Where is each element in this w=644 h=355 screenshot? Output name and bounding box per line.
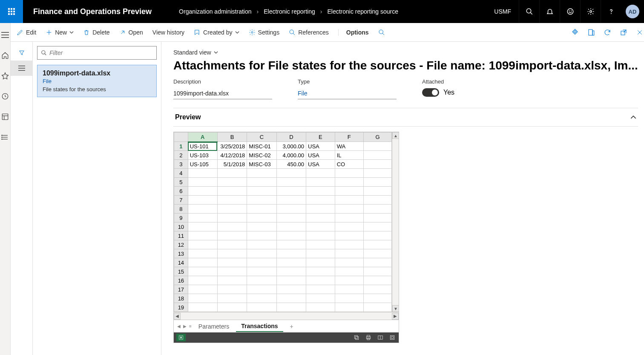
scroll-up-icon[interactable]: ▲ [392,132,399,139]
cell[interactable] [247,222,276,231]
cell[interactable] [335,276,363,285]
cell[interactable] [335,169,363,178]
cell[interactable]: USA [306,142,335,151]
cell[interactable] [247,303,276,312]
cell[interactable] [188,258,217,267]
notifications-button[interactable] [539,0,560,23]
attachments-icon[interactable] [571,28,579,37]
cell[interactable] [363,240,391,249]
cell[interactable]: US-101 [188,142,217,151]
cell[interactable] [306,231,335,240]
modules-icon[interactable] [0,132,10,142]
cell[interactable] [217,267,247,276]
select-all-corner[interactable] [174,133,188,142]
row-header[interactable]: 12 [174,240,188,249]
delete-button[interactable]: Delete [83,29,109,36]
reading-view-icon[interactable] [377,334,384,341]
column-header[interactable]: D [276,133,306,142]
row-header[interactable]: 1 [174,142,188,151]
cell[interactable] [217,258,247,267]
cell[interactable] [306,178,335,187]
nav-toggle-button[interactable] [0,30,10,40]
cell[interactable] [247,231,276,240]
edit-button[interactable]: Edit [17,29,36,36]
cell[interactable] [335,178,363,187]
cell[interactable] [188,169,217,178]
scroll-left-icon[interactable]: ◀ [174,313,181,320]
scroll-down-icon[interactable]: ▼ [392,305,399,312]
cell[interactable] [363,151,391,160]
cell[interactable] [188,285,217,294]
column-header[interactable]: B [217,133,247,142]
app-launcher-button[interactable] [0,0,23,23]
cell[interactable] [363,142,391,151]
row-header[interactable]: 17 [174,285,188,294]
cell[interactable] [276,294,306,303]
cell[interactable] [247,178,276,187]
cell[interactable]: 3/25/2018 [217,142,247,151]
cell[interactable] [276,231,306,240]
feedback-button[interactable] [560,0,580,23]
cell[interactable] [306,196,335,205]
cell[interactable] [335,258,363,267]
cell[interactable] [276,169,306,178]
breadcrumb-item[interactable]: Electronic reporting source [327,8,398,15]
close-button[interactable] [635,28,644,37]
cell[interactable] [217,169,247,178]
help-button[interactable] [601,0,621,23]
cell[interactable] [217,285,247,294]
cell[interactable] [217,231,247,240]
cell[interactable] [217,187,247,196]
cell[interactable] [363,187,391,196]
row-header[interactable]: 16 [174,276,188,285]
cell[interactable] [306,169,335,178]
cell[interactable] [363,267,391,276]
filter-box[interactable] [37,46,157,60]
search-button[interactable] [519,0,539,23]
cell[interactable]: MISC-02 [247,151,276,160]
copy-icon[interactable] [353,334,360,341]
cell[interactable]: US-105 [188,160,217,169]
column-header[interactable]: F [335,133,363,142]
cell[interactable] [217,196,247,205]
cell[interactable] [247,187,276,196]
preview-section-header[interactable]: Preview [173,108,638,127]
new-button[interactable]: New [46,29,74,36]
cell[interactable] [188,276,217,285]
cell[interactable] [188,205,217,214]
cell[interactable] [247,276,276,285]
cell[interactable] [188,303,217,312]
column-header[interactable]: A [188,133,217,142]
references-button[interactable]: References [289,29,329,36]
row-header[interactable]: 2 [174,151,188,160]
cell[interactable] [276,267,306,276]
cell[interactable] [276,249,306,258]
cell[interactable] [276,205,306,214]
cell[interactable] [188,231,217,240]
cell[interactable] [276,303,306,312]
cell[interactable] [188,222,217,231]
row-header[interactable]: 6 [174,187,188,196]
cell[interactable] [217,178,247,187]
row-header[interactable]: 7 [174,196,188,205]
spreadsheet-grid[interactable]: ABCDEFG1US-1013/25/2018MISC-013,000.00US… [174,132,392,312]
cell[interactable] [276,258,306,267]
cell[interactable] [363,303,391,312]
cell[interactable]: 450.00 [276,160,306,169]
filter-input[interactable] [49,49,153,56]
scroll-right-icon[interactable]: ▶ [392,313,399,320]
breadcrumb-item[interactable]: Electronic reporting [264,8,315,15]
cell[interactable]: WA [335,142,363,151]
sheet-tab-add[interactable]: + [285,321,299,332]
cell[interactable] [247,249,276,258]
cell[interactable]: USA [306,160,335,169]
cell[interactable] [247,205,276,214]
row-header[interactable]: 10 [174,222,188,231]
breadcrumb-item[interactable]: Organization administration [179,8,251,15]
cell[interactable] [276,214,306,222]
created-by-button[interactable]: Created by [194,29,239,36]
filter-icon-button[interactable] [11,45,33,61]
office-icon[interactable] [587,28,595,37]
column-header[interactable]: E [306,133,335,142]
cell[interactable] [276,285,306,294]
